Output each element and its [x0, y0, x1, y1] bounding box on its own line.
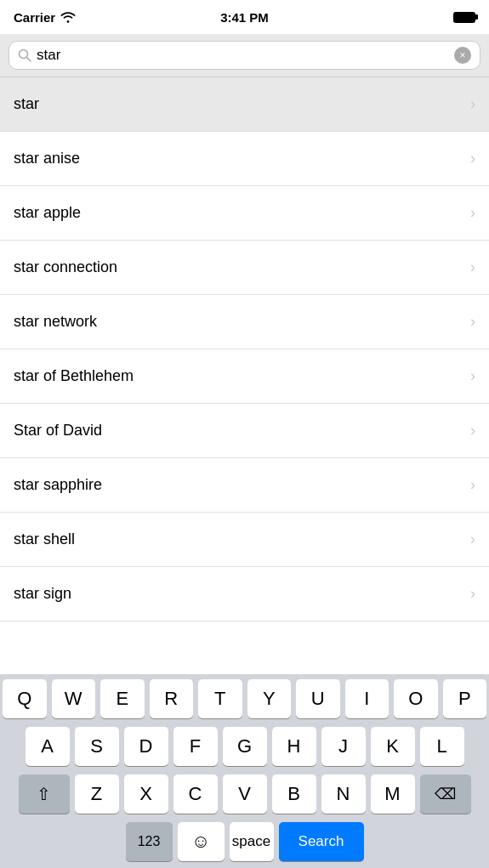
search-icon — [18, 48, 31, 62]
result-item-text: star of Bethlehem — [14, 367, 134, 385]
list-item[interactable]: star sapphire› — [0, 458, 489, 513]
result-item-text: star network — [14, 313, 97, 331]
key-d[interactable]: D — [124, 727, 168, 766]
clear-button[interactable]: × — [454, 47, 471, 64]
shift-key[interactable]: ⇧ — [19, 774, 70, 814]
key-e[interactable]: E — [100, 679, 145, 718]
shift-icon: ⇧ — [37, 784, 51, 804]
delete-icon: ⌫ — [435, 785, 456, 803]
space-key[interactable]: space — [230, 822, 274, 861]
search-input[interactable] — [37, 47, 449, 64]
emoji-key[interactable]: ☺ — [178, 822, 225, 861]
chevron-right-icon: › — [470, 422, 475, 440]
search-bar: × — [9, 41, 480, 70]
carrier-wifi: Carrier — [14, 10, 76, 25]
key-t[interactable]: T — [198, 679, 242, 718]
key-o[interactable]: O — [394, 679, 438, 718]
chevron-right-icon: › — [470, 476, 475, 494]
key-g[interactable]: G — [223, 727, 267, 766]
chevron-right-icon: › — [470, 585, 475, 603]
key-c[interactable]: C — [173, 774, 218, 814]
delete-key[interactable]: ⌫ — [420, 774, 471, 814]
result-item-text: star shell — [14, 530, 75, 548]
key-j[interactable]: J — [321, 727, 366, 766]
key-x[interactable]: X — [124, 774, 168, 814]
keyboard-row-3: ⇧ZXCVBNM⌫ — [3, 774, 486, 814]
wifi-icon — [60, 11, 76, 23]
result-item-text: star apple — [14, 204, 81, 222]
key-k[interactable]: K — [371, 727, 415, 766]
svg-line-1 — [27, 58, 31, 62]
list-item[interactable]: Star of David› — [0, 404, 489, 458]
key-v[interactable]: V — [223, 774, 267, 814]
chevron-right-icon: › — [470, 150, 475, 167]
key-u[interactable]: U — [296, 679, 340, 718]
keyboard-row-2: ASDFGHJKL — [3, 727, 486, 766]
list-item[interactable]: star sign› — [0, 567, 489, 621]
chevron-right-icon: › — [470, 95, 475, 113]
battery-icon — [453, 12, 475, 23]
carrier-label: Carrier — [14, 10, 55, 25]
battery-area — [453, 12, 475, 23]
time-display: 3:41 PM — [220, 10, 269, 25]
key-z[interactable]: Z — [75, 774, 119, 814]
key-i[interactable]: I — [345, 679, 389, 718]
result-item-text: star sapphire — [14, 476, 102, 494]
list-item[interactable]: star network› — [0, 295, 489, 349]
list-item[interactable]: star of Bethlehem› — [0, 349, 489, 404]
list-item[interactable]: star› — [0, 77, 489, 132]
key-s[interactable]: S — [75, 727, 119, 766]
search-bar-container: × — [0, 34, 489, 77]
result-item-text: star anise — [14, 150, 80, 167]
num-key[interactable]: 123 — [126, 822, 173, 861]
key-m[interactable]: M — [371, 774, 415, 814]
list-item[interactable]: star anise› — [0, 132, 489, 186]
chevron-right-icon: › — [470, 530, 475, 548]
status-bar: Carrier 3:41 PM — [0, 0, 489, 34]
key-a[interactable]: A — [26, 727, 70, 766]
key-p[interactable]: P — [443, 679, 487, 718]
key-b[interactable]: B — [272, 774, 316, 814]
result-item-text: Star of David — [14, 422, 102, 440]
keyboard: QWERTYUIOP ASDFGHJKL ⇧ZXCVBNM⌫ 123 ☺ spa… — [0, 674, 489, 868]
result-item-text: star — [14, 95, 39, 113]
list-item[interactable]: star connection› — [0, 241, 489, 295]
chevron-right-icon: › — [470, 258, 475, 276]
key-n[interactable]: N — [321, 774, 366, 814]
result-item-text: star sign — [14, 585, 71, 603]
chevron-right-icon: › — [470, 367, 475, 385]
key-r[interactable]: R — [150, 679, 194, 718]
keyboard-row-bottom: 123 ☺ space Search — [3, 822, 486, 868]
list-item[interactable]: star apple› — [0, 186, 489, 241]
key-f[interactable]: F — [173, 727, 218, 766]
chevron-right-icon: › — [470, 313, 475, 331]
key-y[interactable]: Y — [247, 679, 292, 718]
results-list: star›star anise›star apple›star connecti… — [0, 77, 489, 674]
key-w[interactable]: W — [52, 679, 96, 718]
list-item[interactable]: star shell› — [0, 513, 489, 567]
key-q[interactable]: Q — [3, 679, 47, 718]
result-item-text: star connection — [14, 258, 117, 276]
key-l[interactable]: L — [420, 727, 464, 766]
keyboard-row-1: QWERTYUIOP — [3, 679, 486, 718]
key-h[interactable]: H — [272, 727, 316, 766]
chevron-right-icon: › — [470, 204, 475, 222]
search-key[interactable]: Search — [279, 822, 364, 861]
